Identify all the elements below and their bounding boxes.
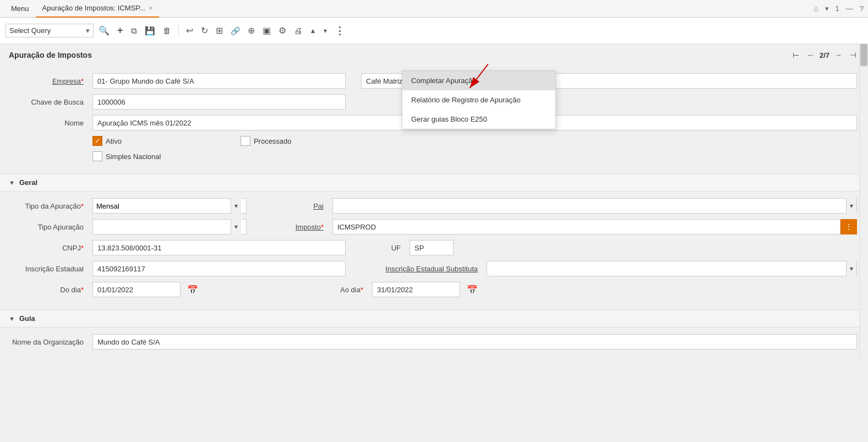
zoom-btn[interactable]: ⊕ [245, 23, 258, 38]
close-tab-btn[interactable]: × [149, 4, 152, 12]
tipo-apuracao-label: Tipo da Apuração* [11, 202, 88, 210]
pai-select[interactable] [333, 199, 846, 213]
gear-icon: ⚙ [279, 25, 286, 36]
imposto-label: Imposto* [273, 223, 328, 231]
query-select-dropdown[interactable]: Select Query ▾ [6, 24, 94, 37]
home-icon[interactable]: ⌂ [814, 4, 818, 13]
minimize-btn[interactable]: — [846, 4, 853, 13]
gear-btn[interactable]: ⚙ [276, 23, 289, 38]
search-btn[interactable]: 🔍 [96, 23, 112, 38]
cnpj-input[interactable] [92, 240, 346, 255]
main-content-wrapper: Apuração de Impostos ⊢ ← 2/7 → ⊣ Empresa… [0, 44, 868, 362]
dropdown-item-relatorio[interactable]: Relatório de Registro de Apuração [402, 90, 555, 110]
delete-btn[interactable]: 🗑 [160, 24, 174, 37]
page-last-btn[interactable]: ⊣ [847, 50, 859, 61]
add-btn[interactable]: + [114, 23, 126, 39]
nome-org-row: Nome da Organização [11, 334, 857, 350]
simples-label: Simples Nacional [106, 152, 161, 161]
up-btn[interactable]: ▲ [307, 25, 319, 37]
tipo-apuracao2-label: Tipo Apuração [11, 223, 88, 231]
geral-group-header[interactable]: ▼ Geral [0, 173, 868, 192]
dropdown-item-completar[interactable]: Completar Apuração [402, 71, 555, 90]
down-btn[interactable]: ▾ [321, 25, 330, 37]
save-icon: 💾 [145, 26, 155, 36]
layout-btn[interactable]: ▣ [260, 23, 274, 38]
print-btn[interactable]: 🖨 [291, 24, 305, 37]
empresa-input[interactable] [92, 73, 346, 89]
simples-row: Simples Nacional [92, 151, 857, 161]
ao-dia-input[interactable] [372, 282, 460, 297]
guia-group-header[interactable]: ▼ Guia [0, 309, 868, 328]
do-dia-calendar-icon[interactable]: 📅 [187, 285, 198, 295]
inscricao-sub-arrow-icon: ▾ [846, 261, 856, 276]
more-btn[interactable]: ⋮ [332, 23, 347, 39]
top-bar-right: ⌂ ▾ 1 — ? [814, 4, 864, 13]
refresh-btn[interactable]: ↻ [198, 23, 211, 38]
link-btn[interactable]: 🔗 [228, 24, 243, 37]
pai-select-wrap[interactable]: ▾ [332, 198, 857, 214]
inscricao-input[interactable] [92, 261, 346, 276]
processado-checkbox-wrap: Processado [241, 136, 292, 146]
undo-btn[interactable]: ↩ [183, 23, 196, 38]
ativo-checkbox[interactable]: ✓ [92, 136, 102, 146]
toolbar: Select Query ▾ 🔍 + ⧉ 💾 🗑 ↩ ↻ ⊞ 🔗 ⊕ ▣ ⚙ 🖨… [0, 18, 868, 44]
simples-checkbox-wrap: Simples Nacional [92, 151, 161, 161]
pai-label: Pai [273, 202, 328, 210]
copy-btn[interactable]: ⧉ [128, 24, 140, 38]
empresa-label: Empresa* [11, 77, 88, 85]
nome-label: Nome [11, 119, 88, 127]
main-tab[interactable]: Apuração de Impostos: ICMSP... × [36, 0, 160, 18]
nome-org-label: Nome da Organização [11, 338, 88, 346]
copy-icon: ⧉ [131, 26, 137, 36]
geral-form-body: Tipo da Apuração* Mensal ▾ Pai ▾ Tipo Ap… [0, 192, 868, 309]
pai-arrow-icon: ▾ [846, 198, 856, 214]
tipo-apuracao2-arrow-icon: ▾ [231, 219, 241, 234]
do-dia-input[interactable] [92, 282, 181, 297]
geral-arrow-icon: ▼ [9, 179, 15, 186]
counter-label: 1 [836, 4, 839, 13]
uf-input[interactable] [410, 240, 454, 255]
grid-btn[interactable]: ⊞ [213, 23, 226, 38]
imposto-input[interactable] [332, 219, 840, 234]
ao-dia-label: Ao dia* [291, 286, 368, 294]
scrollbar[interactable] [859, 44, 868, 362]
datas-row: Do dia* 📅 Ao dia* 📅 [11, 282, 857, 297]
imposto-input-wrap: ⋮ [332, 219, 857, 234]
tipo-apuracao2-select-wrap[interactable]: ▾ [92, 219, 247, 234]
search-icon: 🔍 [99, 25, 110, 36]
menu-tab[interactable]: Menu [4, 4, 36, 13]
query-select-arrow-icon: ▾ [86, 26, 90, 35]
more-icon: ⋮ [335, 25, 345, 37]
ao-dia-calendar-icon[interactable]: 📅 [467, 285, 478, 295]
inscricao-sub-select-wrap[interactable]: ▾ [487, 261, 857, 276]
inscricao-label: Inscrição Estadual [11, 265, 88, 273]
imposto-action-btn[interactable]: ⋮ [840, 219, 857, 234]
top-bar: Menu Apuração de Impostos: ICMSP... × ⌂ … [0, 0, 868, 18]
dropdown-menu: Completar Apuração Relatório de Registro… [402, 70, 556, 129]
geral-title: Geral [19, 178, 37, 187]
dropdown-arrow-icon[interactable]: ▾ [825, 4, 829, 13]
chave-input[interactable] [92, 94, 346, 110]
page-first-btn[interactable]: ⊢ [790, 50, 802, 61]
nome-org-input[interactable] [92, 334, 857, 350]
processado-checkbox[interactable] [241, 136, 250, 146]
inscricao-sub-label: Inscrição Estadual Substituta [361, 265, 482, 273]
inscricao-sub-select[interactable] [487, 261, 846, 276]
cnpj-label: CNPJ* [11, 244, 88, 252]
tipo-apuracao-select[interactable]: Mensal [93, 199, 231, 213]
tab-label: Apuração de Impostos: ICMSP... [42, 4, 146, 12]
page-next-btn[interactable]: → [832, 50, 845, 61]
save-btn[interactable]: 💾 [142, 24, 158, 38]
guia-arrow-icon: ▼ [9, 315, 15, 322]
layout-icon: ▣ [263, 25, 271, 36]
tipo-apuracao-select-wrap[interactable]: Mensal ▾ [92, 198, 247, 214]
dropdown-item-gerar-guias[interactable]: Gerar guias Bloco E250 [402, 110, 555, 129]
cnpj-row: CNPJ* UF [11, 240, 857, 255]
section-title-bar: Apuração de Impostos ⊢ ← 2/7 → ⊣ [0, 44, 868, 67]
tipo-apuracao2-select[interactable] [93, 220, 231, 234]
help-btn[interactable]: ? [860, 4, 864, 13]
processado-label: Processado [254, 137, 292, 145]
simples-checkbox[interactable] [92, 151, 102, 161]
scrollbar-thumb[interactable] [860, 44, 867, 66]
page-prev-btn[interactable]: ← [804, 50, 817, 61]
